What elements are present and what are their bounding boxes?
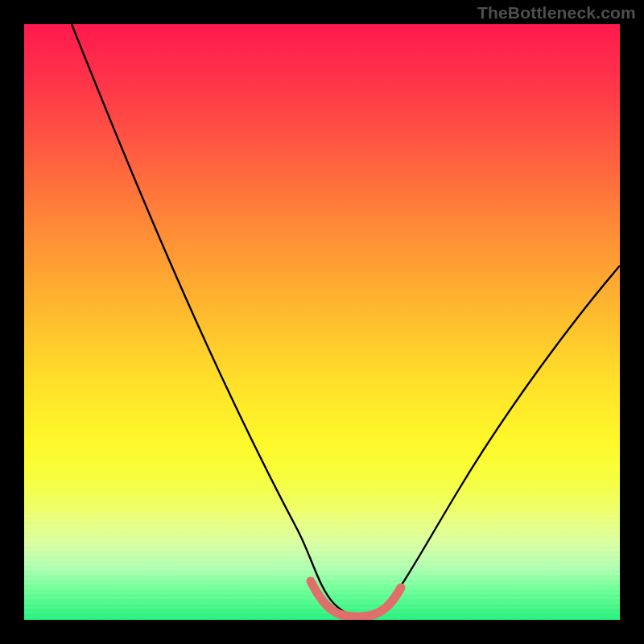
watermark-label: TheBottleneck.com [477, 3, 636, 23]
bottleneck-curve [24, 24, 620, 620]
chart-frame: TheBottleneck.com [0, 0, 644, 644]
optimal-band-highlight [311, 581, 401, 617]
curve-path [72, 24, 620, 616]
plot-area [24, 24, 620, 620]
